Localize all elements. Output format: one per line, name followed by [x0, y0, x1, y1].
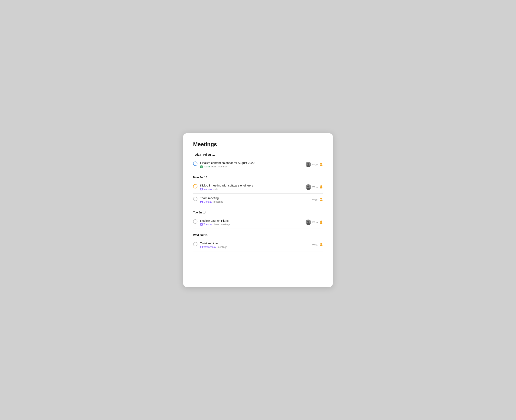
person-icon: [319, 220, 323, 225]
task-tag: meetings: [218, 165, 228, 168]
task-content: Finalize content calendar for August 202…: [200, 161, 254, 168]
task-left: Kick-off meeting with software engineers…: [193, 184, 306, 191]
task-item: Finalize content calendar for August 202…: [193, 158, 323, 171]
task-tag: meetings: [217, 246, 227, 248]
task-tag: calls: [214, 188, 218, 191]
task-right: Work: [306, 184, 323, 190]
person-icon: [319, 162, 323, 167]
sections-container: Today · Fri Jul 10Finalize content calen…: [193, 153, 323, 251]
svg-point-14: [307, 186, 309, 188]
svg-rect-2: [201, 165, 201, 166]
task-item: Review Launch Plans Tuesdaybossmeetings …: [193, 216, 323, 229]
person-icon: [319, 243, 323, 247]
task-item: Team meeting MondaymeetingsWork: [193, 194, 323, 206]
task-right: Work: [312, 197, 323, 202]
svg-point-23: [320, 200, 323, 201]
person-icon: [319, 197, 323, 202]
person-icon: [319, 185, 323, 189]
date-heading-today: Today · Fri Jul 10: [193, 153, 323, 156]
task-date-tag[interactable]: Monday: [200, 188, 212, 191]
svg-point-22: [320, 198, 322, 199]
svg-rect-27: [202, 223, 202, 224]
svg-rect-21: [202, 201, 202, 201]
task-left: Review Launch Plans Tuesdaybossmeetings: [193, 219, 306, 226]
svg-rect-36: [202, 246, 202, 247]
task-project: Work: [312, 163, 318, 166]
task-date-tag[interactable]: Tuesday: [200, 223, 213, 226]
task-content: Kick-off meeting with software engineers…: [200, 184, 253, 191]
task-tag: meetings: [221, 223, 230, 226]
task-meta: Wednesdaymeetings: [200, 246, 227, 248]
svg-rect-34: [200, 247, 203, 247]
task-content: Twist webinar Wednesdaymeetings: [200, 242, 227, 248]
task-checkbox[interactable]: [193, 219, 198, 224]
task-date-tag[interactable]: Wednesday: [200, 246, 216, 248]
task-date-tag[interactable]: Monday: [200, 201, 212, 203]
task-title: Kick-off meeting with software engineers: [200, 184, 253, 187]
page-title: Meetings: [193, 141, 323, 148]
svg-point-29: [307, 221, 309, 223]
task-checkbox[interactable]: [193, 242, 198, 246]
svg-point-32: [320, 222, 323, 224]
section-mon: Mon Jul 13Kick-off meeting with software…: [193, 176, 323, 206]
date-heading-wed: Wed Jul 15: [193, 233, 323, 237]
task-title: Review Launch Plans: [200, 219, 230, 222]
task-right: Work: [312, 243, 323, 247]
svg-point-16: [320, 185, 322, 187]
svg-point-38: [320, 245, 323, 246]
svg-rect-24: [200, 224, 203, 225]
date-heading-tue: Tue Jul 14: [193, 211, 323, 214]
task-checkbox[interactable]: [193, 197, 198, 201]
avatar: [306, 184, 311, 190]
task-content: Team meeting Mondaymeetings: [200, 196, 223, 203]
task-meta: Mondaycalls: [200, 188, 253, 191]
svg-point-7: [320, 163, 322, 164]
svg-rect-1: [200, 166, 203, 167]
task-meta: Todaybossmeetings: [200, 165, 254, 168]
svg-rect-26: [201, 223, 201, 224]
task-tag: boss: [211, 165, 216, 168]
svg-point-8: [320, 165, 323, 166]
task-checkbox[interactable]: [193, 162, 198, 166]
svg-rect-12: [202, 188, 202, 189]
task-left: Team meeting Mondaymeetings: [193, 196, 312, 203]
task-tag: meetings: [214, 201, 223, 203]
task-content: Review Launch Plans Tuesdaybossmeetings: [200, 219, 230, 226]
svg-rect-35: [201, 246, 201, 247]
task-title: Team meeting: [200, 196, 223, 200]
task-tag: boss: [214, 223, 219, 226]
svg-rect-9: [200, 188, 203, 190]
app-container: Meetings Today · Fri Jul 10Finalize cont…: [183, 133, 333, 287]
svg-point-5: [307, 163, 309, 165]
svg-point-31: [320, 221, 322, 222]
svg-rect-11: [201, 188, 201, 189]
svg-rect-19: [200, 202, 203, 202]
section-tue: Tue Jul 14Review Launch Plans Tuesdaybos…: [193, 211, 323, 229]
task-checkbox[interactable]: [193, 184, 198, 188]
svg-rect-3: [202, 165, 202, 166]
task-item: Twist webinar WednesdaymeetingsWork: [193, 239, 323, 251]
avatar: [306, 162, 311, 167]
task-project: Work: [312, 186, 318, 189]
svg-rect-25: [200, 224, 203, 225]
task-left: Twist webinar Wednesdaymeetings: [193, 242, 312, 248]
svg-point-17: [320, 187, 323, 188]
task-left: Finalize content calendar for August 202…: [193, 161, 306, 168]
svg-rect-10: [200, 189, 203, 189]
task-title: Twist webinar: [200, 242, 227, 245]
svg-rect-18: [200, 201, 203, 203]
task-project: Work: [312, 198, 318, 201]
svg-rect-0: [200, 166, 203, 168]
svg-rect-20: [201, 201, 201, 201]
svg-rect-33: [200, 246, 203, 248]
svg-point-37: [320, 243, 322, 245]
task-right: Work: [306, 162, 323, 167]
section-wed: Wed Jul 15Twist webinar Wednesdaymeeting…: [193, 233, 323, 251]
task-meta: Mondaymeetings: [200, 201, 223, 203]
task-date-tag[interactable]: Today: [200, 165, 210, 168]
avatar: [306, 219, 311, 225]
task-meta: Tuesdaybossmeetings: [200, 223, 230, 226]
task-item: Kick-off meeting with software engineers…: [193, 181, 323, 194]
task-title: Finalize content calendar for August 202…: [200, 161, 254, 165]
date-heading-mon: Mon Jul 13: [193, 176, 323, 179]
